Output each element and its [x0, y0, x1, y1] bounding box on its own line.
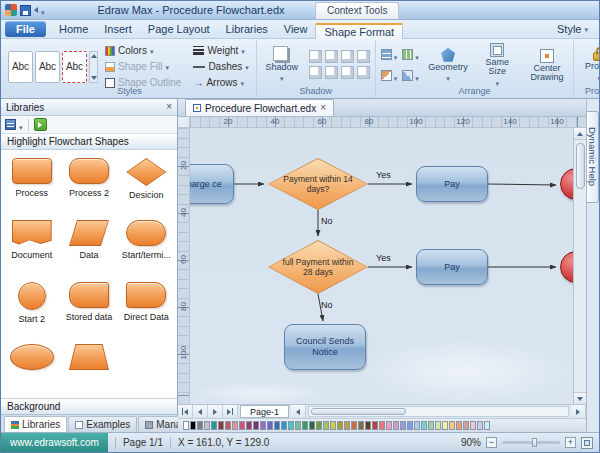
color-swatch[interactable] — [484, 421, 490, 430]
color-swatch[interactable] — [295, 421, 301, 430]
library-shape-desicion[interactable]: Desicion — [118, 153, 175, 215]
ribbon-tab-view[interactable]: View — [276, 21, 316, 38]
color-swatch[interactable] — [204, 421, 210, 430]
background-section-header[interactable]: Background — [1, 398, 177, 414]
color-swatch[interactable] — [358, 421, 364, 430]
shadow-style-thumb[interactable] — [341, 50, 354, 63]
rotate-button[interactable] — [381, 67, 398, 85]
shadow-style-thumb[interactable] — [309, 66, 322, 79]
group-button[interactable] — [402, 67, 419, 85]
color-swatch[interactable] — [386, 421, 392, 430]
close-icon[interactable] — [166, 102, 172, 112]
color-swatch[interactable] — [344, 421, 350, 430]
center-drawing-button[interactable]: Center Drawing — [525, 49, 568, 83]
same-size-button[interactable]: Same Size — [474, 43, 520, 88]
color-swatch[interactable] — [281, 421, 287, 430]
color-swatch[interactable] — [330, 421, 336, 430]
zoom-slider[interactable] — [502, 441, 560, 444]
shadow-style-thumb[interactable] — [309, 50, 322, 63]
color-swatch[interactable] — [316, 421, 322, 430]
library-shape-data[interactable]: Data — [60, 215, 117, 277]
color-swatch[interactable] — [225, 421, 231, 430]
tab-libraries[interactable]: Libraries — [4, 416, 67, 432]
geometry-button[interactable]: Geometry — [427, 48, 469, 83]
color-swatch[interactable] — [302, 421, 308, 430]
shadow-style-thumb[interactable] — [325, 66, 338, 79]
library-shape-direct-data[interactable]: Direct Data — [118, 277, 175, 339]
library-shape-process[interactable]: Process — [3, 153, 60, 215]
dashes-button[interactable]: Dashes — [191, 59, 250, 74]
vertical-scrollbar[interactable] — [573, 128, 586, 404]
color-swatch[interactable] — [463, 421, 469, 430]
scroll-left-button[interactable] — [291, 405, 306, 418]
color-swatch[interactable] — [372, 421, 378, 430]
align-button[interactable] — [381, 46, 398, 64]
file-tab[interactable]: File — [5, 21, 46, 37]
save-button[interactable] — [20, 5, 31, 16]
color-swatch[interactable] — [288, 421, 294, 430]
color-swatch[interactable] — [218, 421, 224, 430]
shapes-section-header[interactable]: Highlight Flowchart Shapes — [1, 134, 177, 150]
color-swatch[interactable] — [393, 421, 399, 430]
color-swatch[interactable] — [400, 421, 406, 430]
zoom-slider-thumb[interactable] — [532, 438, 537, 447]
library-shape-start-2[interactable]: Start 2 — [3, 277, 60, 339]
color-swatch[interactable] — [477, 421, 483, 430]
color-swatch[interactable] — [414, 421, 420, 430]
color-swatch[interactable] — [351, 421, 357, 430]
scroll-up-button[interactable] — [574, 128, 587, 140]
library-shape-process-2[interactable]: Process 2 — [60, 153, 117, 215]
flowchart-node-pay1[interactable]: Pay — [416, 166, 488, 202]
style-preview-none[interactable]: Abc — [62, 51, 87, 83]
color-swatch[interactable] — [211, 421, 217, 430]
shadow-button[interactable]: Shadow — [262, 45, 302, 83]
library-shape-document[interactable]: Document — [3, 215, 60, 277]
color-swatch[interactable] — [456, 421, 462, 430]
tab-examples[interactable]: Examples — [68, 416, 137, 432]
library-shape-ellipse[interactable] — [3, 339, 60, 398]
scrollbar-thumb[interactable] — [576, 143, 585, 189]
style-gallery-scroll[interactable] — [89, 51, 98, 83]
chevron-down-icon[interactable] — [19, 116, 23, 134]
first-page-button[interactable] — [178, 405, 193, 418]
shadow-style-thumb[interactable] — [325, 50, 338, 63]
color-swatch[interactable] — [253, 421, 259, 430]
page-tab[interactable]: Page-1 — [240, 405, 289, 418]
last-page-button[interactable] — [223, 405, 238, 418]
color-swatch[interactable] — [197, 421, 203, 430]
color-swatch[interactable] — [239, 421, 245, 430]
colors-button[interactable]: Colors — [103, 43, 183, 58]
fit-to-window-button[interactable] — [581, 437, 593, 449]
color-swatch[interactable] — [267, 421, 273, 430]
quick-access-dropdown[interactable] — [41, 1, 45, 19]
color-swatch[interactable] — [379, 421, 385, 430]
color-swatch[interactable] — [309, 421, 315, 430]
color-swatch[interactable] — [407, 421, 413, 430]
dynamic-help-tab[interactable]: Dynamic Help — [587, 111, 599, 203]
drawing-canvas[interactable]: charge cePayment within 14 days?Payfull … — [190, 128, 573, 404]
zoom-in-button[interactable] — [565, 437, 576, 448]
prev-page-button[interactable] — [193, 405, 208, 418]
color-swatch[interactable] — [323, 421, 329, 430]
document-tab[interactable]: Procedure Flowchart.edx — [185, 99, 334, 116]
ribbon-tab-libraries[interactable]: Libraries — [218, 21, 276, 38]
color-swatch[interactable] — [190, 421, 196, 430]
color-swatch[interactable] — [435, 421, 441, 430]
style-menu-button[interactable]: Style — [549, 20, 596, 38]
website-link[interactable]: www.edrawsoft.com — [1, 433, 108, 452]
ribbon-tab-page-layout[interactable]: Page Layout — [140, 21, 218, 38]
style-preview-1[interactable]: Abc — [8, 51, 33, 83]
color-swatch[interactable] — [470, 421, 476, 430]
library-shape-start-termi[interactable]: Start/termi... — [118, 215, 175, 277]
library-shape-trapezoid[interactable] — [60, 339, 117, 398]
close-document-icon[interactable] — [320, 103, 326, 113]
scroll-down-button[interactable] — [574, 392, 587, 404]
color-swatch[interactable] — [260, 421, 266, 430]
open-library-button[interactable] — [34, 118, 47, 131]
color-swatch[interactable] — [246, 421, 252, 430]
weight-button[interactable]: Weight — [191, 43, 250, 58]
shadow-style-thumb[interactable] — [341, 66, 354, 79]
shadow-style-thumb[interactable] — [357, 50, 370, 63]
distribute-button[interactable] — [402, 46, 419, 64]
color-swatch[interactable] — [442, 421, 448, 430]
